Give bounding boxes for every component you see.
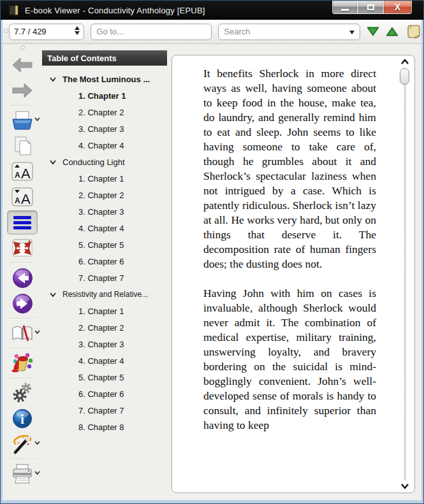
spin-down-icon[interactable] — [75, 31, 80, 35]
next-page-button[interactable] — [7, 291, 38, 315]
font-size-larger-button[interactable]: A A — [7, 159, 38, 184]
toc-section[interactable]: Resistivity and Relative... — [42, 286, 171, 303]
bookmark-button[interactable] — [7, 321, 38, 345]
toc-item[interactable]: 5. Chapter 5 — [42, 236, 171, 253]
separator — [9, 459, 36, 459]
open-ebook-icon — [11, 110, 34, 131]
svg-text:i: i — [20, 412, 24, 426]
goto-input[interactable] — [91, 24, 212, 40]
spinner-arrows[interactable] — [75, 26, 80, 35]
toc-header: Table of Contents — [42, 50, 167, 66]
separator — [9, 348, 36, 349]
toc-item[interactable]: 1. Chapter 1 — [42, 170, 171, 187]
forward-button[interactable] — [7, 78, 38, 103]
minimize-button[interactable] — [332, 1, 358, 14]
chevron-down-icon[interactable] — [50, 292, 59, 297]
color-scheme-button[interactable] — [7, 351, 38, 375]
magic-wand-icon — [11, 433, 34, 455]
chevron-down-icon[interactable] — [50, 77, 59, 82]
toc-item[interactable]: 7. Chapter 7 — [42, 402, 171, 419]
separator — [9, 378, 36, 378]
toc-item[interactable]: 4. Chapter 4 — [42, 220, 171, 236]
toc-item[interactable]: 6. Chapter 6 — [42, 253, 171, 270]
find-next-button[interactable] — [367, 26, 379, 37]
chevron-down-icon[interactable] — [349, 31, 355, 34]
top-toolbar — [3, 20, 421, 44]
toc-tree: The Most Luminous ... 1. Chapter 1 2. Ch… — [42, 71, 171, 435]
table-of-contents-button[interactable] — [7, 210, 38, 234]
toc-item[interactable]: 1. Chapter 1 — [42, 303, 171, 319]
scroll-down-icon[interactable] — [400, 483, 409, 489]
toc-item[interactable]: 4. Chapter 4 — [42, 352, 171, 369]
book-info-button[interactable]: i — [7, 407, 38, 431]
toc-item[interactable]: 1. Chapter 1 — [42, 87, 171, 104]
toolbar-handle[interactable] — [4, 29, 8, 33]
svg-text:A: A — [21, 191, 31, 206]
page-position-spinner[interactable] — [9, 24, 84, 40]
fullscreen-icon — [11, 238, 33, 257]
reference-mode-button[interactable] — [7, 432, 38, 456]
separator — [9, 263, 36, 263]
fullscreen-button[interactable] — [7, 236, 38, 260]
font-size-smaller-icon: A A — [11, 187, 33, 206]
title-bar[interactable]: E-book Viewer - Conductivity Anthology [… — [1, 1, 423, 20]
app-book-icon — [7, 4, 20, 17]
close-icon: X — [395, 3, 400, 11]
close-button[interactable]: X — [383, 1, 412, 14]
search-input[interactable] — [219, 27, 360, 36]
book-text[interactable]: It benefits Sherlock in more direct ways… — [172, 55, 414, 489]
print-icon — [11, 463, 34, 485]
scroll-icon — [406, 24, 421, 40]
toc-item[interactable]: 5. Chapter 5 — [42, 369, 171, 385]
toc-item[interactable]: 3. Chapter 3 — [42, 336, 171, 352]
scrollbar-thumb[interactable] — [400, 68, 409, 85]
ebook-viewer-window: E-book Viewer - Conductivity Anthology [… — [0, 0, 424, 504]
toc-item[interactable]: 7. Chapter 7 — [42, 270, 171, 286]
svg-text:A: A — [15, 196, 20, 205]
toggle-paged-mode-button[interactable] — [406, 24, 421, 40]
search-combobox[interactable] — [218, 24, 360, 40]
toc-section[interactable]: Conducting Light — [42, 154, 171, 170]
client-area: A A A A — [3, 44, 421, 500]
back-button[interactable] — [7, 53, 38, 77]
open-ebook-button[interactable] — [7, 108, 38, 133]
svg-text:A: A — [15, 171, 20, 180]
book-page: It benefits Sherlock in more direct ways… — [172, 55, 415, 493]
find-previous-button[interactable] — [386, 26, 398, 37]
previous-page-button[interactable] — [7, 266, 38, 290]
toc-section[interactable]: The Most Luminous ... — [42, 71, 171, 87]
chevron-down-icon[interactable] — [34, 471, 40, 475]
copy-icon — [11, 136, 33, 156]
chevron-down-icon[interactable] — [50, 160, 59, 164]
preferences-button[interactable] — [7, 381, 38, 405]
font-size-smaller-button[interactable]: A A — [7, 185, 38, 209]
maximize-icon — [367, 4, 374, 10]
toc-item[interactable]: 2. Chapter 2 — [42, 319, 171, 336]
toc-item[interactable]: 3. Chapter 3 — [42, 120, 171, 137]
back-icon — [11, 57, 33, 73]
copy-button[interactable] — [7, 134, 38, 158]
scrollbar-track[interactable] — [404, 68, 406, 480]
maximize-button[interactable] — [358, 1, 383, 14]
page-scrollbar[interactable] — [398, 57, 411, 491]
scroll-up-icon[interactable] — [400, 59, 409, 65]
toolbar-handle[interactable] — [20, 45, 25, 50]
green-up-triangle-icon — [386, 26, 398, 37]
toc-item[interactable]: 3. Chapter 3 — [42, 203, 171, 220]
paragraph: Having John with him on cases is invalua… — [203, 286, 376, 433]
toc-item[interactable]: 4. Chapter 4 — [42, 137, 171, 154]
minimize-icon — [341, 9, 349, 11]
chevron-down-icon[interactable] — [34, 330, 40, 334]
left-toolbar: A A A A — [3, 44, 42, 500]
chevron-down-icon[interactable] — [34, 117, 40, 121]
toc-item[interactable]: 2. Chapter 2 — [42, 104, 171, 120]
spin-up-icon[interactable] — [75, 26, 80, 30]
toc-item[interactable]: 8. Chapter 8 — [42, 419, 171, 435]
page-position-input[interactable] — [10, 27, 66, 36]
separator — [9, 318, 36, 319]
toc-item[interactable]: 2. Chapter 2 — [42, 187, 171, 203]
toc-item[interactable]: 6. Chapter 6 — [42, 385, 171, 402]
chevron-down-icon[interactable] — [34, 441, 40, 445]
svg-text:A: A — [21, 166, 31, 181]
print-button[interactable] — [7, 462, 38, 486]
